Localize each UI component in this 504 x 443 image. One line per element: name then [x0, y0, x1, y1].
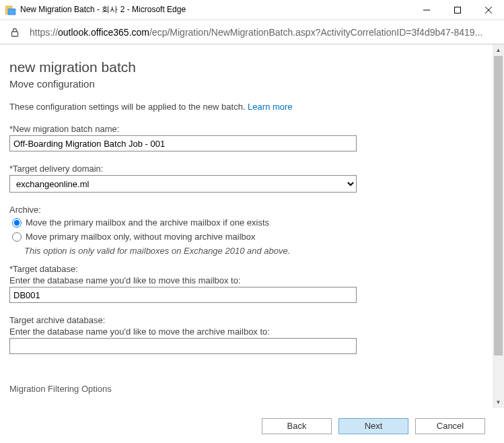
url-text[interactable]: https://outlook.office365.com/ecp/Migrat…: [30, 27, 499, 38]
batch-name-label: *New migration batch name:: [9, 124, 483, 134]
window-titlebar: New Migration Batch - 회사 2 - Microsoft E…: [0, 0, 504, 20]
close-button[interactable]: [473, 0, 504, 20]
scroll-track[interactable]: [493, 56, 504, 397]
learn-more-link[interactable]: Learn more: [248, 102, 292, 112]
target-db-label: *Target database:: [9, 264, 483, 274]
svg-rect-6: [12, 32, 18, 36]
app-icon: [5, 5, 16, 15]
intro-text: These configuration settings will be app…: [9, 102, 483, 112]
scrollbar[interactable]: ▲ ▼: [493, 44, 504, 408]
archive-radio-both-label: Move the primary mailbox and the archive…: [26, 217, 269, 228]
batch-name-input[interactable]: [9, 135, 357, 151]
back-button[interactable]: Back: [262, 418, 332, 434]
target-archive-db-input[interactable]: [9, 338, 357, 354]
lock-icon: [9, 27, 20, 38]
url-host: outlook.office365.com: [58, 27, 149, 38]
cutoff-heading: Migration Filtering Options: [9, 384, 483, 394]
main-content: new migration batch Move configuration T…: [0, 44, 493, 408]
wizard-footer: Back Next Cancel: [0, 408, 504, 443]
svg-rect-1: [8, 9, 15, 15]
page-title: new migration batch: [9, 59, 483, 75]
archive-label: Archive:: [9, 205, 483, 215]
target-archive-db-help: Enter the database name you'd like to mo…: [9, 327, 483, 337]
cancel-button[interactable]: Cancel: [415, 418, 485, 434]
target-domain-label: *Target delivery domain:: [9, 164, 483, 174]
url-path: /ecp/Migration/NewMigrationBatch.aspx?Ac…: [149, 27, 482, 38]
address-bar: https://outlook.office365.com/ecp/Migrat…: [0, 20, 504, 44]
scroll-down-arrow[interactable]: ▼: [493, 397, 504, 408]
target-archive-db-label: Target archive database:: [9, 315, 483, 325]
archive-radio-both[interactable]: [12, 218, 22, 228]
intro-text-body: These configuration settings will be app…: [9, 102, 248, 112]
target-domain-select[interactable]: exchangeonline.ml: [9, 175, 357, 193]
archive-radio-primary-only-label: Move primary mailbox only, without movin…: [26, 232, 256, 242]
archive-note: This option is only valid for mailboxes …: [24, 246, 483, 256]
page-subtitle: Move configuration: [9, 78, 483, 90]
scroll-thumb[interactable]: [494, 56, 503, 355]
target-db-input[interactable]: [9, 287, 357, 303]
window-title: New Migration Batch - 회사 2 - Microsoft E…: [20, 4, 411, 15]
svg-rect-3: [455, 7, 461, 13]
target-db-help: Enter the database name you'd like to mo…: [9, 275, 483, 285]
archive-radio-primary-only[interactable]: [12, 232, 22, 242]
scroll-up-arrow[interactable]: ▲: [493, 44, 504, 56]
next-button[interactable]: Next: [338, 418, 408, 434]
minimize-button[interactable]: [411, 0, 442, 20]
maximize-button[interactable]: [442, 0, 473, 20]
url-prefix: https://: [30, 27, 58, 38]
